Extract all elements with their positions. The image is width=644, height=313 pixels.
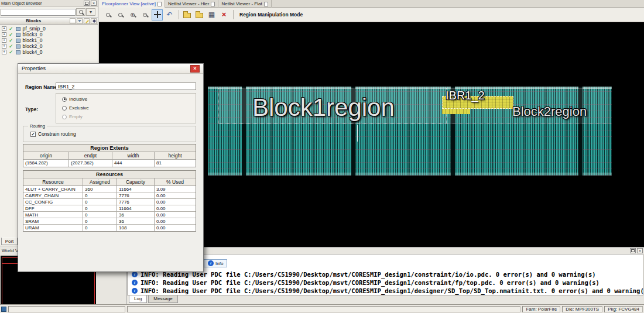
new-region-icon[interactable]	[181, 9, 193, 20]
region-label-block2: Block2region	[512, 104, 587, 119]
float-log-icon[interactable]	[630, 248, 636, 253]
blocks-header-label[interactable]: Blocks	[0, 18, 70, 23]
tree-item[interactable]: + ✓ block2_0	[0, 43, 98, 49]
routing-group: Routing ✓ Constrain routing	[23, 126, 196, 142]
constrain-routing-option[interactable]: ✓ Constrain routing	[30, 131, 76, 137]
region-name-input[interactable]	[56, 82, 196, 90]
check-icon[interactable]: ✓	[9, 32, 13, 37]
info-icon: i	[132, 271, 138, 277]
resource-capacity: 7776	[117, 199, 155, 205]
checkbox-checked-icon[interactable]: ✓	[30, 132, 36, 137]
zoom-in-icon[interactable]: +	[127, 9, 138, 20]
filter-icon[interactable]	[77, 18, 83, 24]
check-icon[interactable]: ✓	[9, 50, 13, 55]
search-options-dropdown-icon[interactable]: ▾	[86, 8, 95, 16]
blocks-column-header: Blocks	[0, 17, 98, 25]
expand-icon[interactable]: +	[2, 38, 6, 43]
resources-table: Resources Resource Assigned Capacity % U…	[23, 170, 196, 232]
table-row: 4LUT + CARRY_CHAIN 360 11664 3.09	[23, 186, 196, 192]
floorplanner-toolbar: + − ↶ ▦ × Region Manipulation Mode	[99, 8, 644, 22]
region-manipulation-mode-icon[interactable]	[152, 9, 163, 20]
close-panel-icon[interactable]: ×	[91, 1, 97, 6]
expand-icon[interactable]: +	[2, 50, 6, 54]
table-row: URAM 0 108 0.00	[23, 225, 196, 231]
block-icon	[16, 27, 20, 31]
expand-icon[interactable]: +	[2, 26, 6, 31]
delete-region-icon[interactable]: ×	[218, 9, 229, 20]
magnifier-glyph: +	[131, 13, 135, 17]
tab-info[interactable]: i Info	[204, 259, 227, 267]
log-line: i INFO: Reading User PDC file C:/Users/C…	[132, 287, 640, 295]
dialog-close-button[interactable]: ×	[190, 65, 200, 73]
info-tab-label: Info	[215, 261, 223, 266]
resource-name: SRAM	[23, 218, 83, 225]
resource-name: MATH	[23, 212, 83, 218]
tab-netlist-viewer-hier[interactable]: Netlist Viewer - Hier	[165, 0, 219, 8]
resource-capacity: 108	[117, 225, 155, 231]
resources-header-row: Resource Assigned Capacity % Used	[23, 178, 196, 186]
tab-port[interactable]: Port	[1, 238, 18, 245]
info-icon: i	[208, 260, 214, 266]
region-ibr1-2-tail[interactable]	[442, 109, 470, 114]
undo-zoom-icon[interactable]: ↶	[164, 9, 175, 20]
expand-icon[interactable]: +	[2, 44, 6, 49]
zoom-out-icon[interactable]: −	[139, 9, 150, 20]
table-row: CARRY_CHAIN 0 7776 0.00	[23, 192, 196, 199]
table-row: DFF 0 11664 0.00	[23, 205, 196, 212]
crosshair-glyph	[154, 11, 161, 18]
plus-glyph: +	[131, 13, 133, 16]
region-label-block1: Block1region	[252, 94, 395, 122]
block-icon	[16, 39, 20, 43]
grid-icon[interactable]: ▦	[206, 9, 217, 20]
column-header: width	[112, 152, 155, 160]
tree-item[interactable]: + ✓ pf_smip_0	[0, 26, 98, 32]
region-name-label: Region Name:	[25, 84, 59, 90]
float-panel-icon[interactable]	[84, 1, 90, 6]
radio-selected-icon[interactable]	[62, 97, 67, 102]
resources-title: Resources	[23, 171, 196, 178]
check-icon[interactable]: ✓	[9, 38, 13, 43]
check-icon[interactable]: ✓	[9, 26, 13, 32]
status-package: Pkg: FCVG484	[604, 306, 643, 312]
table-row: MATH 0 36 0.00	[23, 212, 196, 218]
column-header: height	[155, 152, 196, 160]
search-icon[interactable]	[76, 8, 85, 16]
fpga-fabric[interactable]: Block1region IBR1_2 Block2region	[208, 87, 612, 176]
document-icon	[211, 2, 215, 6]
extents-width: 444	[112, 160, 155, 167]
tree-item[interactable]: + ✓ block3_0	[0, 32, 98, 37]
properties-dialog: Properties × Region Name: Type: Inclusiv…	[18, 63, 204, 272]
type-option-exclusive[interactable]: Exclusive	[62, 105, 89, 111]
tab-message[interactable]: Message	[148, 295, 177, 303]
check-icon[interactable]: ✓	[9, 44, 13, 49]
status-family: Fam: PolarFire	[522, 306, 560, 312]
toolbar-separator	[179, 10, 179, 19]
zoom-fit-icon[interactable]	[115, 9, 126, 20]
folder-glyph	[183, 13, 191, 18]
toolbar-separator	[233, 10, 234, 19]
close-log-icon[interactable]: ×	[637, 248, 643, 253]
assign-region-icon[interactable]	[194, 9, 205, 20]
tab-floorplanner-view[interactable]: Floorplanner View [active]	[99, 0, 165, 8]
resource-assigned: 0	[83, 199, 117, 205]
expand-icon[interactable]: +	[2, 32, 6, 37]
magnifier-glyph: −	[143, 13, 147, 17]
tab-log[interactable]: Log	[129, 295, 147, 303]
type-option-inclusive[interactable]: Inclusive	[62, 97, 87, 102]
resource-assigned: 0	[83, 218, 117, 225]
log-message: INFO: Reading User PDC file C:/Users/C51…	[141, 279, 600, 286]
tree-item[interactable]: + ✓ block4_0	[0, 49, 98, 55]
zoom-window-icon[interactable]	[102, 9, 114, 20]
undo-arrow-glyph: ↶	[166, 11, 172, 18]
log-bottom-tabs: Log Message	[126, 295, 179, 304]
sort-icon[interactable]	[91, 18, 97, 24]
radio-icon[interactable]	[62, 106, 67, 111]
edit-icon[interactable]	[84, 18, 90, 24]
report-icon[interactable]	[70, 18, 76, 24]
tree-item[interactable]: + ✓ block1_0	[0, 37, 98, 43]
tab-netlist-viewer-flat[interactable]: Netlist Viewer - Flat	[218, 0, 271, 8]
column-header: endpt	[69, 152, 112, 160]
properties-dialog-titlebar[interactable]: Properties ×	[18, 64, 203, 74]
object-filter-input[interactable]	[1, 9, 76, 16]
extents-height: 81	[155, 160, 196, 167]
